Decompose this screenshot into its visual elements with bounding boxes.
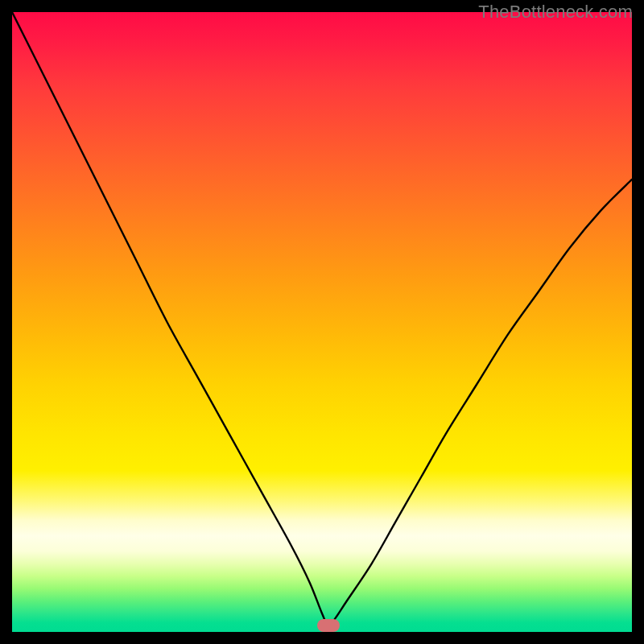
chart-frame: TheBottleneck.com: [0, 0, 644, 644]
optimal-marker: [317, 619, 340, 632]
plot-area: [12, 12, 632, 632]
watermark-text: TheBottleneck.com: [478, 2, 633, 23]
